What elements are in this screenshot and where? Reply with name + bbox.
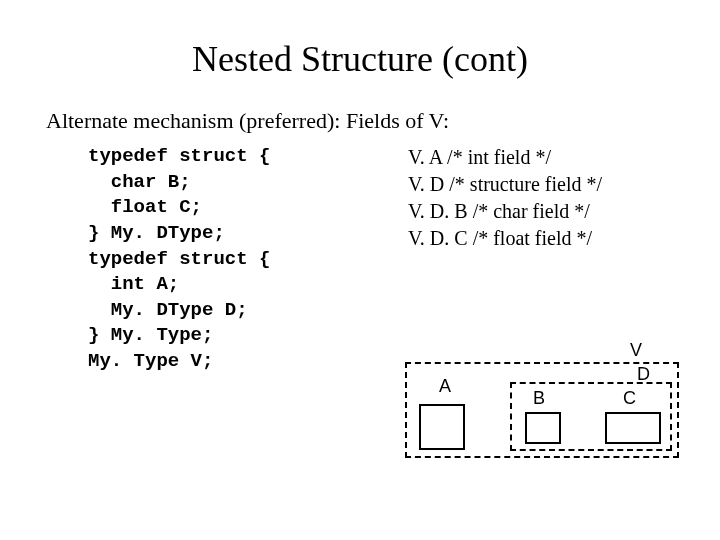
code-line: My. DType D; — [88, 298, 388, 324]
box-c — [605, 412, 661, 444]
subtitle-left: Alternate mechanism (preferred): — [46, 108, 340, 133]
box-a — [419, 404, 465, 450]
code-line: float C; — [88, 195, 388, 221]
box-b — [525, 412, 561, 444]
field-line: V. D /* structure field */ — [408, 171, 602, 198]
fields-block: V. A /* int field */ V. D /* structure f… — [408, 144, 602, 375]
field-line: V. D. C /* float field */ — [408, 225, 602, 252]
code-block: typedef struct { char B; float C; } My. … — [88, 144, 388, 375]
code-line: } My. DType; — [88, 221, 388, 247]
code-line: char B; — [88, 170, 388, 196]
slide-title: Nested Structure (cont) — [0, 38, 720, 80]
label-b: B — [533, 388, 545, 409]
label-v: V — [630, 340, 642, 361]
code-line: typedef struct { — [88, 144, 388, 170]
code-line: typedef struct { — [88, 247, 388, 273]
code-line: } My. Type; — [88, 323, 388, 349]
subtitle: Alternate mechanism (preferred): Fields … — [46, 108, 720, 134]
field-line: V. D. B /* char field */ — [408, 198, 602, 225]
code-line: My. Type V; — [88, 349, 388, 375]
content-columns: typedef struct { char B; float C; } My. … — [0, 144, 720, 375]
field-line: V. A /* int field */ — [408, 144, 602, 171]
code-line: int A; — [88, 272, 388, 298]
label-c: C — [623, 388, 636, 409]
label-a: A — [439, 376, 451, 397]
subtitle-right: Fields of V: — [346, 108, 449, 133]
